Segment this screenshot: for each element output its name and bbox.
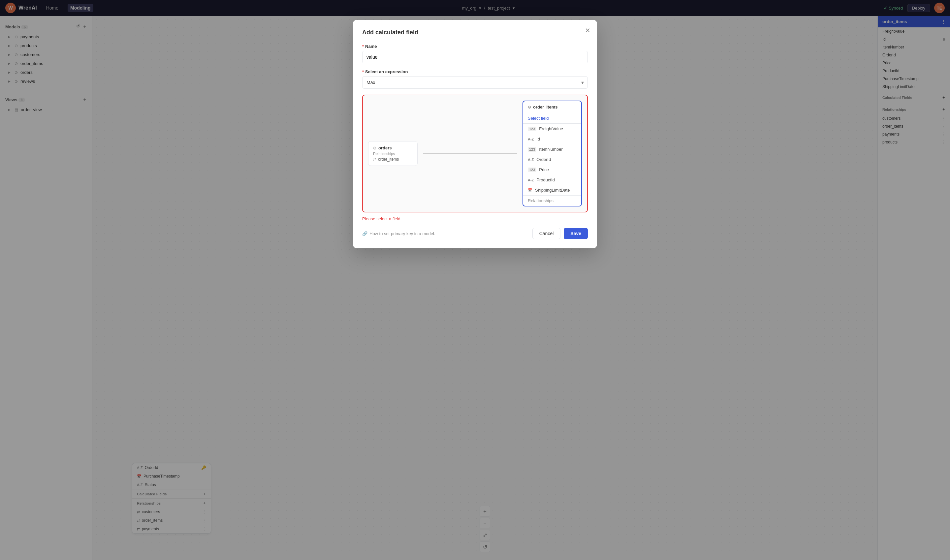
modal-footer: 🔗 How to set primary key in a model. Can… [362,228,588,239]
field-productid[interactable]: A-Z ProductId [523,175,581,185]
orders-node-card: ⊙ orders Relationships ⇄ order_items [368,141,417,166]
add-calculated-field-modal: Add calculated field ✕ * Name * Select a… [353,20,597,248]
expression-value: Max [366,80,375,85]
orders-card-rel-label: Relationships [373,152,413,156]
field-itemnumber[interactable]: 123 ItemNumber [523,144,581,154]
expression-label: * Select an expression [362,69,588,74]
expression-builder-area: ⊙ orders Relationships ⇄ order_items ⊙ [362,95,588,212]
orders-card-rel-item: ⇄ order_items [373,157,413,162]
select-chevron-icon: ▾ [581,80,584,85]
name-label: * Name [362,44,588,49]
link-icon: 🔗 [362,231,368,236]
orders-card-title: ⊙ orders [373,145,413,151]
save-button[interactable]: Save [564,228,588,239]
field-shippinglimitdate[interactable]: 📅 ShippingLimitDate [523,185,581,195]
expression-field-group: * Select an expression Max ▾ [362,69,588,89]
expression-row: ⊙ orders Relationships ⇄ order_items ⊙ [368,101,582,206]
modal-overlay[interactable]: Add calculated field ✕ * Name * Select a… [0,0,950,560]
connector-line [423,153,517,154]
order-items-card-header: ⊙ order_items [523,101,581,113]
expression-select-wrapper: Max ▾ [362,76,588,89]
cancel-button[interactable]: Cancel [533,228,561,239]
type-icon: A-Z [528,137,534,141]
help-link[interactable]: 🔗 How to set primary key in a model. [362,231,435,236]
field-error-message: Please select a field. [362,216,588,221]
expression-select[interactable]: Max ▾ [362,76,588,89]
field-freightvalue[interactable]: 123 FreightValue [523,124,581,134]
modal-footer-buttons: Cancel Save [533,228,588,239]
field-price[interactable]: 123 Price [523,165,581,175]
modal-title: Add calculated field [362,29,588,36]
type-icon: 📅 [528,188,533,192]
type-icon: 123 [528,147,536,152]
field-id[interactable]: A-Z Id [523,134,581,144]
modal-close-button[interactable]: ✕ [585,26,590,34]
name-input[interactable] [362,51,588,63]
type-icon: A-Z [528,158,534,162]
relationships-footer: Relationships [523,195,581,206]
name-field-group: * Name [362,44,588,63]
order-items-node-card: ⊙ order_items Select field 123 FreightVa… [522,101,582,206]
type-icon: 123 [528,168,536,172]
type-icon: 123 [528,127,536,131]
type-icon: A-Z [528,178,534,182]
select-field-option[interactable]: Select field [523,113,581,123]
field-orderid[interactable]: A-Z OrderId [523,154,581,165]
